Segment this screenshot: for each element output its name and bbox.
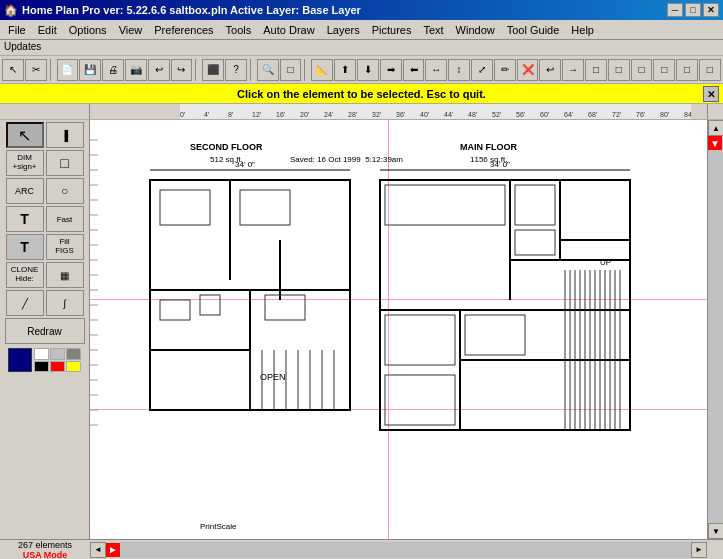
hide-button[interactable]: ▦ — [46, 262, 84, 288]
title-bar: 🏠 Home Plan Pro ver: 5.22.6.6 saltbox.pl… — [0, 0, 723, 20]
clone-button[interactable]: CLONEHide: — [6, 262, 44, 288]
ruler-tick: 48' — [468, 111, 477, 118]
rect-tool-button[interactable]: □ — [46, 150, 84, 176]
color-swatch[interactable] — [8, 348, 32, 372]
color-palette[interactable] — [34, 348, 82, 372]
toolbar1-btn-4[interactable]: 🖨 — [102, 59, 124, 81]
ruler-tick: 84' — [684, 111, 691, 118]
menu-item-auto draw[interactable]: Auto Draw — [257, 23, 320, 37]
updates-bar: Updates — [0, 40, 723, 56]
toolbar1-btn-19[interactable]: ⤢ — [471, 59, 493, 81]
toolbar1-btn-10[interactable]: 🔍 — [257, 59, 279, 81]
ruler-tick: 12' — [252, 111, 261, 118]
text2-tool-button[interactable]: T — [6, 234, 44, 260]
info-message: Click on the element to be selected. Esc… — [237, 88, 486, 100]
curve-tool-button[interactable]: ∫ — [46, 290, 84, 316]
ruler-tick: 68' — [588, 111, 597, 118]
vertical-scrollbar[interactable]: ▲ ▼ ▼ — [707, 120, 723, 539]
menu-item-preferences[interactable]: Preferences — [148, 23, 219, 37]
ruler-tick: 0' — [180, 111, 185, 118]
toolbar1-btn-28[interactable]: □ — [676, 59, 698, 81]
arc-tool-button[interactable]: ARC — [6, 178, 44, 204]
updates-label: Updates — [4, 41, 41, 52]
toolbar-separator — [195, 59, 199, 81]
drawing-canvas-area[interactable] — [90, 120, 707, 539]
toolbar-separator — [50, 59, 54, 81]
menu-item-file[interactable]: File — [2, 23, 32, 37]
left-tool-panel: ↖ ▐ DIM+sign+ □ ARC ○ T Fast T FillFIGS — [0, 120, 90, 539]
menu-item-text[interactable]: Text — [417, 23, 449, 37]
toolbar1-btn-24[interactable]: □ — [585, 59, 607, 81]
ruler-tick: 60' — [540, 111, 549, 118]
ruler-tick: 16' — [276, 111, 285, 118]
line-tool-button[interactable]: ╱ — [6, 290, 44, 316]
toolbar1-btn-12[interactable]: 📐 — [311, 59, 333, 81]
toolbar1-btn-11[interactable]: □ — [280, 59, 302, 81]
scroll-right-arrow[interactable]: ► — [691, 542, 707, 558]
scroll-track-v[interactable] — [708, 150, 723, 523]
dim-tool-button[interactable]: DIM+sign+ — [6, 150, 44, 176]
toolbar1-btn-29[interactable]: □ — [699, 59, 721, 81]
redraw-button[interactable]: Redraw — [5, 318, 85, 344]
menu-bar: FileEditOptionsViewPreferencesToolsAuto … — [0, 20, 723, 40]
text-tool-button[interactable]: T — [6, 206, 44, 232]
ruler-tick: 32' — [372, 111, 381, 118]
menu-item-tools[interactable]: Tools — [220, 23, 258, 37]
menu-item-options[interactable]: Options — [63, 23, 113, 37]
toolbar1-btn-18[interactable]: ↕ — [448, 59, 470, 81]
toolbar1-btn-20[interactable]: ✏ — [494, 59, 516, 81]
info-close-button[interactable]: ✕ — [703, 86, 719, 102]
toolbar1-btn-17[interactable]: ↔ — [425, 59, 447, 81]
fast-text-button[interactable]: Fast — [46, 206, 84, 232]
toolbar1-btn-21[interactable]: ❌ — [517, 59, 539, 81]
toolbar1-btn-13[interactable]: ⬆ — [334, 59, 356, 81]
menu-item-layers[interactable]: Layers — [321, 23, 366, 37]
toolbar1-btn-16[interactable]: ⬅ — [403, 59, 425, 81]
h-scroll-container[interactable]: ◄ ► ► — [90, 542, 707, 558]
menu-item-window[interactable]: Window — [450, 23, 501, 37]
scroll-indicator: ▼ — [708, 136, 722, 150]
toolbar1-btn-15[interactable]: ➡ — [380, 59, 402, 81]
toolbar1-btn-1[interactable]: ✂ — [25, 59, 47, 81]
maximize-button[interactable]: □ — [685, 3, 701, 17]
floor-plan-canvas[interactable] — [90, 120, 707, 539]
ruler-tick: 80' — [660, 111, 669, 118]
select-tool-button[interactable]: ↖ — [6, 122, 44, 148]
ruler-tick: 76' — [636, 111, 645, 118]
menu-item-pictures[interactable]: Pictures — [366, 23, 418, 37]
usa-mode: USA Mode — [23, 550, 68, 560]
scroll-down-arrow[interactable]: ▼ — [708, 523, 723, 539]
toolbar1-btn-9[interactable]: ? — [225, 59, 247, 81]
ruler-top: 0'4'8'12'16'20'24'28'32'36'40'44'48'52'5… — [180, 104, 691, 120]
menu-item-help[interactable]: Help — [565, 23, 600, 37]
toolbar1-btn-5[interactable]: 📷 — [125, 59, 147, 81]
toolbar1-btn-25[interactable]: □ — [608, 59, 630, 81]
scroll-up-arrow[interactable]: ▲ — [708, 120, 723, 136]
menu-item-tool guide[interactable]: Tool Guide — [501, 23, 566, 37]
ruler-tick: 56' — [516, 111, 525, 118]
toolbar1-btn-14[interactable]: ⬇ — [357, 59, 379, 81]
circle-tool-button[interactable]: ○ — [46, 178, 84, 204]
toolbar1-btn-2[interactable]: 📄 — [57, 59, 79, 81]
toolbar1-btn-26[interactable]: □ — [631, 59, 653, 81]
toolbar1-btn-3[interactable]: 💾 — [79, 59, 101, 81]
toolbar1-btn-23[interactable]: → — [562, 59, 584, 81]
wall-tool-button[interactable]: ▐ — [46, 122, 84, 148]
toolbar1-btn-22[interactable]: ↩ — [539, 59, 561, 81]
ruler-tick: 40' — [420, 111, 429, 118]
toolbar-1: ↖✂📄💾🖨📷↩↪⬛?🔍□📐⬆⬇➡⬅↔↕⤢✏❌↩→□□□□□□ — [0, 56, 723, 84]
ruler-tick: 20' — [300, 111, 309, 118]
menu-item-view[interactable]: View — [113, 23, 149, 37]
toolbar1-btn-0[interactable]: ↖ — [2, 59, 24, 81]
h-scroll-track[interactable] — [120, 542, 691, 558]
toolbar1-btn-6[interactable]: ↩ — [148, 59, 170, 81]
toolbar1-btn-7[interactable]: ↪ — [171, 59, 193, 81]
close-button[interactable]: ✕ — [703, 3, 719, 17]
fill-figs-button[interactable]: FillFIGS — [46, 234, 84, 260]
title-controls[interactable]: ─ □ ✕ — [667, 3, 719, 17]
toolbar1-btn-27[interactable]: □ — [653, 59, 675, 81]
minimize-button[interactable]: ─ — [667, 3, 683, 17]
scroll-left-arrow[interactable]: ◄ — [90, 542, 106, 558]
menu-item-edit[interactable]: Edit — [32, 23, 63, 37]
toolbar1-btn-8[interactable]: ⬛ — [202, 59, 224, 81]
